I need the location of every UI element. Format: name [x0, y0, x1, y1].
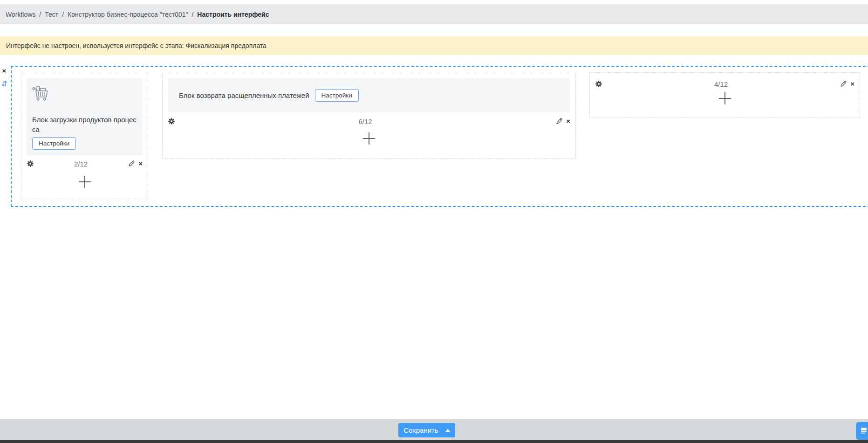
grid-column-6-12: Блок возврата расщепленных платежей Наст…	[162, 73, 576, 159]
row-remove-icon[interactable]: ×	[1, 67, 7, 75]
row-move-icon[interactable]: ⇵	[0, 80, 8, 88]
shopping-cart-icon	[32, 95, 51, 103]
column-gear-icon[interactable]	[595, 80, 602, 88]
breadcrumb-separator: /	[62, 11, 64, 18]
column-gear-icon[interactable]	[168, 118, 175, 125]
bottom-edge-strip	[0, 440, 868, 443]
save-button[interactable]: Сохранить	[398, 423, 455, 437]
block-card-split-payments: Блок возврата расщепленных платежей Наст…	[168, 78, 570, 112]
save-button-label: Сохранить	[403, 426, 438, 434]
block-title: Блок загрузки продуктов процесса	[32, 115, 137, 134]
block-title: Блок возврата расщепленных платежей	[179, 90, 309, 100]
block-settings-button[interactable]: Настройки	[32, 137, 76, 150]
warning-banner: Интерфейс не настроен, используется инте…	[0, 36, 868, 55]
column-width-label: 6/12	[175, 118, 555, 125]
block-card-products: Блок загрузки продуктов процесса Настрой…	[27, 78, 143, 155]
breadcrumb-item-constructor[interactable]: Конструктор бизнес-процесса "тест001"	[68, 11, 188, 18]
breadcrumb-separator: /	[191, 11, 193, 18]
add-widget-plus-icon[interactable]	[362, 132, 376, 145]
breadcrumb-separator: /	[39, 11, 41, 18]
column-edit-pencil-icon[interactable]	[555, 118, 563, 125]
column-edit-pencil-icon[interactable]	[840, 80, 847, 88]
save-dropdown-caret-icon[interactable]	[445, 429, 450, 432]
document-icon	[860, 426, 868, 436]
breadcrumb-item-test[interactable]: Тест	[45, 11, 58, 18]
breadcrumb-item-current: Настроить интерфейс	[197, 11, 269, 18]
column-edit-pencil-icon[interactable]	[128, 160, 135, 167]
add-widget-plus-icon[interactable]	[718, 91, 732, 105]
grid-column-4-12: 4/12 ×	[589, 72, 860, 118]
warning-banner-text: Интерфейс не настроен, используется инте…	[6, 42, 267, 49]
add-widget-plus-icon[interactable]	[78, 175, 92, 189]
column-close-icon[interactable]: ×	[138, 160, 143, 167]
grid-column-2-12: Блок загрузки продуктов процесса Настрой…	[21, 73, 148, 199]
column-width-label: 2/12	[34, 160, 128, 168]
block-settings-button[interactable]: Настройки	[315, 89, 359, 102]
column-gear-icon[interactable]	[27, 160, 34, 167]
column-close-icon[interactable]: ×	[850, 80, 854, 88]
column-width-label: 4/12	[602, 80, 840, 88]
breadcrumb: Workflows / Тест / Конструктор бизнес-пр…	[0, 4, 868, 24]
document-panel-button[interactable]	[856, 422, 868, 440]
column-close-icon[interactable]: ×	[566, 118, 570, 125]
breadcrumb-item-workflows[interactable]: Workflows	[6, 11, 35, 18]
